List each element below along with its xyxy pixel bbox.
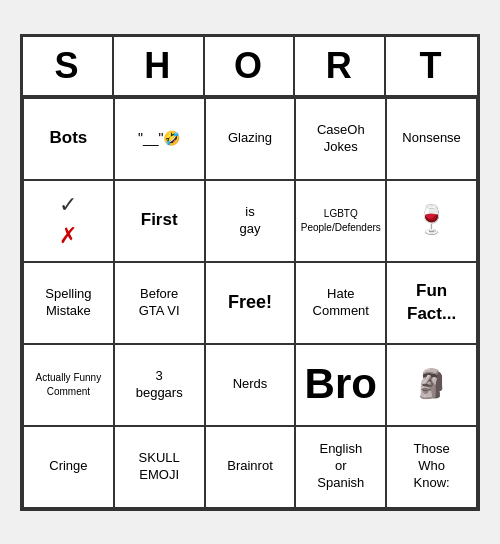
cell-3-3: Bro <box>295 344 386 426</box>
cell-2-4: Fun Fact... <box>386 262 477 344</box>
cell-0-4: Nonsense <box>386 98 477 180</box>
cell-1-4: 🍷 <box>386 180 477 262</box>
cell-2-3: HateComment <box>295 262 386 344</box>
cell-3-2: Nerds <box>205 344 296 426</box>
cell-0-3: CaseOhJokes <box>295 98 386 180</box>
cell-1-3: LGBTQ People/Defenders <box>295 180 386 262</box>
cell-1-1: First <box>114 180 205 262</box>
cell-2-0: SpellingMistake <box>23 262 114 344</box>
header-letter-h: H <box>114 37 205 95</box>
cell-3-4: 🗿 <box>386 344 477 426</box>
bingo-grid: Bots"__"🤣GlazingCaseOhJokesNonsense✓✗Fir… <box>23 98 477 508</box>
cell-4-4: ThoseWhoKnow: <box>386 426 477 508</box>
cell-3-1: 3beggars <box>114 344 205 426</box>
header-letter-t: T <box>386 37 477 95</box>
bingo-header: SHORT <box>23 37 477 98</box>
cell-1-0: ✓✗ <box>23 180 114 262</box>
cell-0-2: Glazing <box>205 98 296 180</box>
header-letter-s: S <box>23 37 114 95</box>
header-letter-o: O <box>205 37 296 95</box>
cell-3-0: Actually Funny Comment <box>23 344 114 426</box>
cell-4-1: SKULLEMOJI <box>114 426 205 508</box>
cell-2-2: Free! <box>205 262 296 344</box>
cell-4-3: EnglishorSpanish <box>295 426 386 508</box>
cell-1-2: isgay <box>205 180 296 262</box>
header-letter-r: R <box>295 37 386 95</box>
bingo-card: SHORT Bots"__"🤣GlazingCaseOhJokesNonsens… <box>20 34 480 511</box>
cell-4-2: Brainrot <box>205 426 296 508</box>
cell-4-0: Cringe <box>23 426 114 508</box>
cell-0-1: "__"🤣 <box>114 98 205 180</box>
cell-2-1: BeforeGTA VI <box>114 262 205 344</box>
cell-0-0: Bots <box>23 98 114 180</box>
